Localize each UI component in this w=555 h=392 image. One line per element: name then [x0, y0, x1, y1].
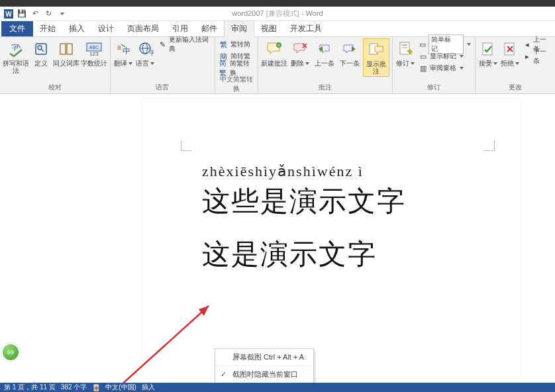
margin-corner-tr — [484, 140, 495, 151]
floating-badge[interactable]: 69 — [1, 343, 20, 362]
document-area[interactable]: zhèxiēshìyǎnshìwénz ì 这些是演示文字 这是演示文字 屏幕截… — [0, 94, 555, 383]
reject-button[interactable]: 拒绝 — [500, 38, 521, 68]
group-proofing: 字A 拼写和语法 定义 同义词库 ABC123 字数统计 校对 — [0, 37, 111, 93]
update-ime-button[interactable]: ✎ 更新输入法词典 — [157, 38, 212, 50]
review-pane-button[interactable]: ▥审阅窗格 — [417, 62, 472, 74]
tab-view[interactable]: 视图 — [254, 21, 283, 36]
tab-layout[interactable]: 页面布局 — [121, 21, 166, 36]
screenshot-shortcut-row[interactable]: 屏幕截图 Ctrl + Alt + A — [215, 349, 313, 366]
define-label: 定义 — [34, 60, 48, 67]
prev-comment-button[interactable]: 上一条 — [313, 38, 336, 68]
status-lang[interactable]: 中文(中国) — [105, 383, 136, 392]
tab-mail[interactable]: 邮件 — [195, 21, 224, 36]
status-insert[interactable]: 插入 — [142, 383, 155, 392]
svg-text:中: 中 — [123, 46, 130, 56]
next-change-button[interactable]: ▸下一条 — [522, 50, 552, 62]
thesaurus-button[interactable]: 同义词库 — [53, 38, 79, 68]
to-traditional-button[interactable]: 繁繁转简 — [218, 38, 255, 50]
define-button[interactable]: 定义 — [30, 38, 52, 68]
accept-label: 接受 — [479, 60, 497, 67]
next-label: 下一条 — [340, 60, 360, 67]
accept-icon — [479, 40, 497, 58]
new-comment-button[interactable]: + 新建批注 — [261, 38, 287, 68]
screenshot-shortcut-label: 屏幕截图 Ctrl + Alt + A — [232, 352, 304, 362]
next-icon — [340, 40, 359, 58]
translate-button[interactable]: a中 翻译 — [113, 38, 134, 68]
language-button[interactable]: 字 语言 — [135, 38, 156, 68]
markup-dropdown[interactable]: ▭简单标记 — [417, 38, 472, 50]
group-tracking-label: 修订 — [395, 82, 472, 93]
track-label: 修订 — [396, 60, 415, 67]
spelling-button[interactable]: 字A 拼写和语法 — [3, 38, 29, 75]
delete-icon — [291, 40, 309, 58]
new-comment-label: 新建批注 — [261, 60, 287, 67]
track-changes-button[interactable]: 修订 — [395, 38, 416, 68]
svg-text:字: 字 — [149, 50, 154, 56]
save-button[interactable]: 💾 — [16, 8, 28, 20]
ime-icon: ✎ — [158, 40, 167, 49]
thesaurus-icon — [57, 40, 76, 58]
undo-button[interactable]: ↶ — [29, 8, 41, 20]
redo-button[interactable]: ↻ — [42, 8, 54, 20]
tab-file[interactable]: 文件 — [1, 21, 33, 36]
track-icon — [396, 40, 415, 58]
page[interactable]: zhèxiēshìyǎnshìwénz ì 这些是演示文字 这是演示文字 — [142, 99, 520, 377]
doc-name: word2007 — [232, 9, 264, 17]
tab-review[interactable]: 审阅 — [224, 21, 254, 37]
app-suffix: - Word — [301, 9, 323, 17]
tab-references[interactable]: 引用 — [166, 21, 195, 36]
status-lang-icon: 🀄 — [92, 384, 100, 391]
status-bar: 第 1 页，共 11 页 382 个字 🀄 中文(中国) 插入 — [0, 383, 555, 392]
svg-text:A: A — [17, 43, 21, 50]
pinyin-line: zhèxiēshìyǎnshìwénz ì — [202, 163, 406, 180]
svg-rect-7 — [60, 44, 66, 54]
convert-button[interactable]: 简繁简繁转换 — [218, 62, 255, 74]
define-icon — [32, 40, 50, 58]
group-changes: 接受 拒绝 ◂上一条 ▸下一条 更改 — [476, 37, 555, 93]
doc-icon: ▭ — [419, 40, 427, 49]
title-bar: W 💾 ↶ ↻ word2007 [兼容模式] - Word — [0, 7, 555, 21]
accept-button[interactable]: 接受 — [478, 38, 499, 68]
ribbon: 字A 拼写和语法 定义 同义词库 ABC123 字数统计 校对 a中 翻译 — [0, 37, 555, 94]
group-proofing-label: 校对 — [3, 82, 107, 93]
new-comment-icon: + — [265, 40, 283, 58]
svg-text:a: a — [117, 44, 121, 51]
group-comments: + 新建批注 删除 上一条 下一条 显示批注 批注 — [258, 37, 393, 93]
svg-rect-8 — [67, 44, 72, 54]
hide-window-row[interactable]: ✓ 截图时隐藏当前窗口 — [215, 366, 313, 383]
compat-mode: [兼容模式] — [266, 9, 299, 17]
show-comments-label: 显示批注 — [364, 60, 389, 75]
document-content[interactable]: zhèxiēshìyǎnshìwénz ì 这些是演示文字 这是演示文字 — [202, 163, 406, 273]
reject-label: 拒绝 — [501, 60, 519, 67]
update-ime-label: 更新输入法词典 — [169, 35, 211, 54]
delete-comment-button[interactable]: 删除 — [289, 38, 311, 68]
tab-design[interactable]: 设计 — [91, 21, 121, 36]
group-language-label: 语言 — [113, 82, 212, 93]
markup-icon: ▭ — [419, 52, 428, 61]
window-chrome-top — [0, 0, 555, 7]
next-change-icon: ▸ — [523, 52, 532, 61]
tab-home[interactable]: 开始 — [33, 21, 62, 36]
svg-text:123: 123 — [89, 51, 99, 56]
svg-text:ABC: ABC — [89, 45, 99, 50]
quick-access-toolbar: W 💾 ↶ ↻ — [3, 8, 68, 20]
status-words[interactable]: 382 个字 — [61, 383, 87, 392]
tab-insert[interactable]: 插入 — [62, 21, 91, 36]
svg-text:+: + — [278, 43, 280, 48]
show-markup-button[interactable]: ▭显示标记 — [417, 50, 472, 62]
show-comments-icon — [367, 40, 385, 59]
conv-icon: 简繁 — [219, 64, 228, 73]
window-title: word2007 [兼容模式] - Word — [232, 9, 323, 19]
svg-rect-23 — [400, 42, 409, 54]
tab-developer[interactable]: 开发工具 — [283, 21, 328, 36]
wordcount-button[interactable]: ABC123 字数统计 — [81, 38, 107, 68]
qat-more-button[interactable] — [56, 8, 68, 20]
translate-label: 翻译 — [114, 60, 132, 67]
show-comments-button[interactable]: 显示批注 — [363, 38, 389, 77]
reject-icon — [501, 40, 519, 58]
wordcount-label: 字数统计 — [81, 60, 107, 67]
next-comment-button[interactable]: 下一条 — [338, 38, 362, 68]
screenshot-popup[interactable]: 屏幕截图 Ctrl + Alt + A ✓ 截图时隐藏当前窗口 — [215, 348, 314, 383]
status-page[interactable]: 第 1 页，共 11 页 — [4, 383, 56, 392]
trad-icon: 繁 — [219, 40, 228, 49]
